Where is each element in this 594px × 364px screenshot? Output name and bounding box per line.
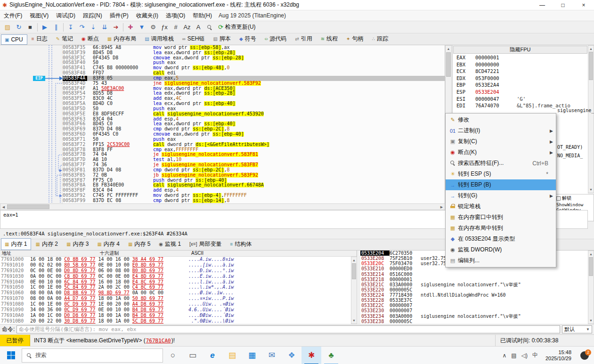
search-icon[interactable] <box>204 22 215 32</box>
run-icon[interactable]: ▶ <box>39 22 50 32</box>
photos-icon[interactable]: ❖ <box>282 347 301 364</box>
memory-row[interactable]: 7769101000 02 02 00 80 5B 69 77 0E 00 10… <box>0 262 357 268</box>
context-menu-item[interactable]: ◉监视 DWORD(W) <box>446 244 556 255</box>
memory-row[interactable]: 7769100016 00 18 00 C0 8B 69 77 14 00 16… <box>0 257 357 262</box>
memory-row[interactable]: 776910A01A 00 1C 00 D0 D8 69 77 18 00 1A… <box>0 313 357 318</box>
tab-日志[interactable]: ≡日志 <box>28 33 52 45</box>
registers-scrollbar[interactable]: ▲ ▼ <box>588 45 594 193</box>
store-icon[interactable]: ▦ <box>242 347 262 364</box>
memory-row[interactable]: 776910501C 00 1E 00 5C 84 69 77 2A 00 2C… <box>0 284 357 290</box>
stack-row[interactable]: 0533E234003A0000siglusengine_nolocationv… <box>360 314 588 319</box>
trace-over-icon[interactable]: ⇊ <box>99 22 110 32</box>
stack-row[interactable]: 0533E22C00000007 <box>360 303 588 308</box>
disasm-vscroll-thumb[interactable] <box>446 52 451 77</box>
start-button[interactable] <box>0 347 22 364</box>
register-row[interactable]: EAX00000001 <box>453 54 588 61</box>
ime-indicator[interactable]: 中 <box>532 351 538 359</box>
context-menu-item[interactable]: →转到(G)▶ <box>446 190 556 201</box>
scroll-up-arrow[interactable]: ▲ <box>351 257 357 263</box>
stack-scroll-thumb[interactable] <box>589 257 593 276</box>
stack-row[interactable]: 0533E21C033A0000siglusengine_nolocationv… <box>360 282 588 287</box>
pause-icon[interactable]: ∥ <box>50 22 62 32</box>
scroll-up-arrow[interactable]: ▲ <box>588 46 594 52</box>
bottom-tab-内存 2[interactable]: ▦内存 2 <box>32 238 62 250</box>
context-menu-item[interactable]: ◉断点(K)▶ <box>446 147 556 158</box>
context-menu-item[interactable]: ▦在内存布局中转到 <box>446 223 556 234</box>
taskbar-search-box[interactable]: 搜索 <box>22 348 163 363</box>
x32dbg-taskbar-icon[interactable]: ✱ <box>301 347 321 364</box>
run-to-user-icon[interactable]: ➔ <box>110 22 122 32</box>
scroll-left-arrow[interactable]: ◀ <box>0 204 7 210</box>
context-menu-item[interactable]: 锁定堆栈 <box>446 201 556 212</box>
breakpoint-address-link[interactable]: 767B1CA0 <box>146 338 171 344</box>
tab-符号[interactable]: ◆符号 <box>236 33 260 45</box>
tab-跟踪[interactable]: ∴跟踪 <box>368 33 392 45</box>
register-row[interactable]: ESP0533E204 <box>453 89 588 96</box>
tab-源代码[interactable]: ‹›源代码 <box>261 33 291 45</box>
registers-scroll-thumb[interactable] <box>589 52 593 80</box>
menu-跟踪(N)[interactable]: 跟踪(N) <box>79 10 106 21</box>
patch-icon[interactable]: ✚ <box>125 22 136 32</box>
menu-调试(D)[interactable]: 调试(D) <box>52 10 79 21</box>
bottom-tab-内存 3[interactable]: ▦内存 3 <box>63 238 93 250</box>
scroll-right-arrow[interactable]: ▶ <box>439 204 445 210</box>
memory-row[interactable]: 776910B020 00 22 00 30 D8 69 77 18 00 1A… <box>0 318 357 324</box>
disasm-row[interactable]: 00583F5EE8 8DF9ECFFcall siglusengine_nol… <box>0 112 445 117</box>
menu-选项(O)[interactable]: 选项(O) <box>162 10 189 21</box>
memory-row[interactable]: 776910801C 00 1E 00 0C D9 69 77 1E 00 20… <box>0 301 357 307</box>
context-menu-item[interactable]: ▤编辑列... <box>446 255 556 266</box>
memory-row[interactable]: 776910300A 00 0C 00 C8 8D 69 77 0C 00 0E… <box>0 274 357 279</box>
menu-帮助(H)[interactable]: 帮助(H) <box>189 10 216 21</box>
stack-row[interactable]: 0533E2380000005C <box>360 319 588 324</box>
display-tray-icon[interactable]: ▤ <box>511 352 516 359</box>
step-into-icon[interactable]: ↧ <box>65 22 76 32</box>
bottom-tab-内存 5[interactable]: ▦内存 5 <box>124 238 155 250</box>
memory-scroll-thumb[interactable] <box>352 263 356 279</box>
settings-icon[interactable]: ⚙ <box>147 22 159 32</box>
bottom-tab-监视 1[interactable]: ◉监视 1 <box>155 238 185 250</box>
tab-调用堆栈[interactable]: ▤调用堆栈 <box>141 33 178 45</box>
disasm-hscrollbar[interactable]: ◀ ▶ <box>0 203 445 210</box>
context-menu-item[interactable]: ◆在 0533E204 显示类型 <box>446 234 556 244</box>
tab-SEH链[interactable]: ∞SEH链 <box>179 33 209 45</box>
edge-icon[interactable]: e <box>203 347 222 364</box>
context-menu-item[interactable]: 搜索匹配特征(F)...Ctrl+B <box>446 158 556 169</box>
context-menu-item[interactable]: ▦在内存窗口中转到 <box>446 212 556 223</box>
scroll-up-arrow[interactable]: ▲ <box>588 251 594 257</box>
tab-线程[interactable]: ≋线程 <box>317 33 342 45</box>
scroll-down-arrow[interactable]: ▼ <box>351 317 357 324</box>
tab-断点[interactable]: ◉断点 <box>78 33 103 45</box>
trace-into-icon[interactable]: ⇣ <box>88 22 99 32</box>
memory-row[interactable]: 7769106008 00 0A 00 D8 8B 69 77 98 8D 69… <box>0 290 357 296</box>
hash-icon[interactable]: # <box>170 22 181 32</box>
bottom-tab-内存 1[interactable]: ▦内存 1 <box>1 238 31 250</box>
bottom-tab-内存 4[interactable]: ▦内存 4 <box>93 238 123 250</box>
context-menu-item[interactable]: 01二进制(I)▶ <box>446 125 556 136</box>
context-menu-item[interactable]: ▣复制(C)▶ <box>446 136 556 147</box>
scroll-down-arrow[interactable]: ▼ <box>588 186 594 193</box>
task-view-icon[interactable]: ▭ <box>183 347 203 364</box>
context-menu-item[interactable]: ✎修改 <box>446 114 556 125</box>
tab-脚本[interactable]: ▧脚本 <box>210 33 235 45</box>
tab-句柄[interactable]: ✦句柄 <box>342 33 367 45</box>
disasm-row[interactable]: 00583F8572 0Bjb siglusengine_nolocationv… <box>0 173 445 178</box>
stack-row[interactable]: 0533E2280533E37C <box>360 298 588 303</box>
disasm-row[interactable]: 00583F72FF15 2C539C00call dword ptr ds:[… <box>0 142 445 147</box>
stack-scrollbar[interactable]: ▲ ▼ <box>588 251 594 324</box>
check-update-button[interactable]: ⟳ 检查更新(U) <box>215 23 259 31</box>
stack-row[interactable]: 0533E2140516C000 <box>360 272 588 277</box>
bottom-tab-局部变量[interactable]: [x=]局部变量 <box>186 238 226 250</box>
memory-scrollbar[interactable]: ▲ ▼ <box>351 257 357 324</box>
tab-引用[interactable]: ⇄引用 <box>291 33 316 45</box>
minimize-button[interactable]: — <box>532 0 553 10</box>
register-row[interactable]: EBP0533E2A4 <box>453 81 588 89</box>
register-row[interactable]: EBX00000000 <box>453 61 588 68</box>
close-button[interactable]: × <box>573 0 594 10</box>
plant-app-icon[interactable]: ♣ <box>321 347 341 364</box>
mail-icon[interactable]: ✉ <box>262 347 282 364</box>
hide-fpu-button[interactable]: 隐藏FPU <box>453 46 587 54</box>
menu-插件(P)[interactable]: 插件(P) <box>106 10 132 21</box>
restart-icon[interactable]: ↻ <box>13 22 24 32</box>
tab-CPU[interactable]: ▣CPU <box>1 34 27 45</box>
open-file-icon[interactable]: ▨ <box>2 22 13 32</box>
